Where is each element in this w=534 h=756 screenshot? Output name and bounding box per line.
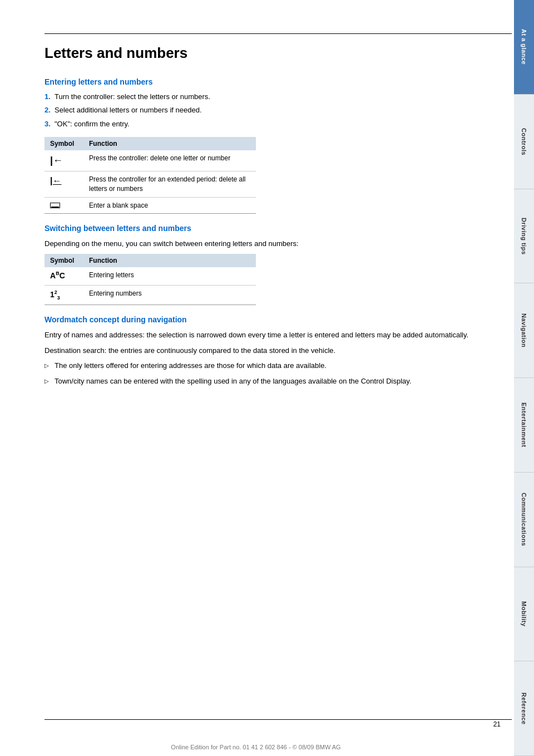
wordmatch-heading: Wordmatch concept during navigation [44,315,478,324]
step-2-num: 2. [44,105,51,115]
step-2-text: Select additional letters or numbers if … [55,106,202,114]
table-row: Enter a blank space [44,197,256,214]
table1-col2-header: Function [83,137,256,150]
numbers-icon: 123 [50,290,60,299]
step-1-text: Turn the controller: select the letters … [55,92,210,101]
symbol-delete-all: |← [44,171,83,197]
wordmatch-body1: Entry of names and addresses: the select… [44,330,478,341]
step-3-text: "OK": confirm the entry. [55,120,130,128]
tab-controls[interactable]: Controls [514,95,534,189]
table-row: |← Press the controller: delete one lett… [44,150,256,171]
function-abc: Entering letters [83,267,256,286]
tab-driving-tips[interactable]: Driving tips [514,189,534,284]
main-content: Letters and numbers Entering letters and… [44,45,478,392]
blank-space-icon [50,203,60,208]
symbol-abc: ABC [44,267,83,286]
entering-heading: Entering letters and numbers [44,77,478,86]
switching-table: Symbol Function ABC Entering letters 123… [44,254,256,305]
tab-mobility[interactable]: Mobility [514,567,534,662]
steps-list: 1. Turn the controller: select the lette… [44,92,478,129]
step-2: 2. Select additional letters or numbers … [44,105,478,115]
function-blank: Enter a blank space [83,197,256,214]
step-1: 1. Turn the controller: select the lette… [44,92,478,102]
table-row: ABC Entering letters [44,267,256,286]
tab-navigation[interactable]: Navigation [514,283,534,378]
tab-reference[interactable]: Reference [514,661,534,756]
tab-entertainment[interactable]: Entertainment [514,378,534,473]
page-number: 21 [493,720,501,728]
sidebar-tabs: At a glance Controls Driving tips Naviga… [514,0,534,756]
bullet-1: The only letters offered for entering ad… [44,360,478,371]
switching-body: Depending on the menu, you can switch be… [44,238,478,249]
bullet-2: Town/city names can be entered with the … [44,376,478,387]
table-row: 123 Entering numbers [44,286,256,305]
table2-col2-header: Function [83,254,256,267]
step-3: 3. "OK": confirm the entry. [44,119,478,129]
page-title: Letters and numbers [44,45,478,62]
function-123: Entering numbers [83,286,256,305]
step-1-num: 1. [44,92,51,102]
function-delete-one: Press the controller: delete one letter … [83,150,256,171]
abc-letters-icon: ABC [50,271,65,280]
symbol-blank [44,197,83,214]
switching-heading: Switching between letters and numbers [44,224,478,233]
table1-col1-header: Symbol [44,137,83,150]
footer-text: Online Edition for Part no. 01 41 2 602 … [0,744,512,750]
bottom-border [44,719,512,720]
wordmatch-body2: Destination search: the entries are cont… [44,345,478,356]
top-border [44,33,512,34]
function-delete-all: Press the controller for an extended per… [83,171,256,197]
symbol-delete-one: |← [44,150,83,171]
tab-at-a-glance[interactable]: At a glance [514,0,534,95]
table-row: |← Press the controller for an extended … [44,171,256,197]
step-3-num: 3. [44,119,51,129]
symbol-123: 123 [44,286,83,305]
tab-communications[interactable]: Communications [514,473,534,567]
table2-col1-header: Symbol [44,254,83,267]
entering-table: Symbol Function |← Press the controller:… [44,137,256,214]
wordmatch-bullets: The only letters offered for entering ad… [44,360,478,386]
